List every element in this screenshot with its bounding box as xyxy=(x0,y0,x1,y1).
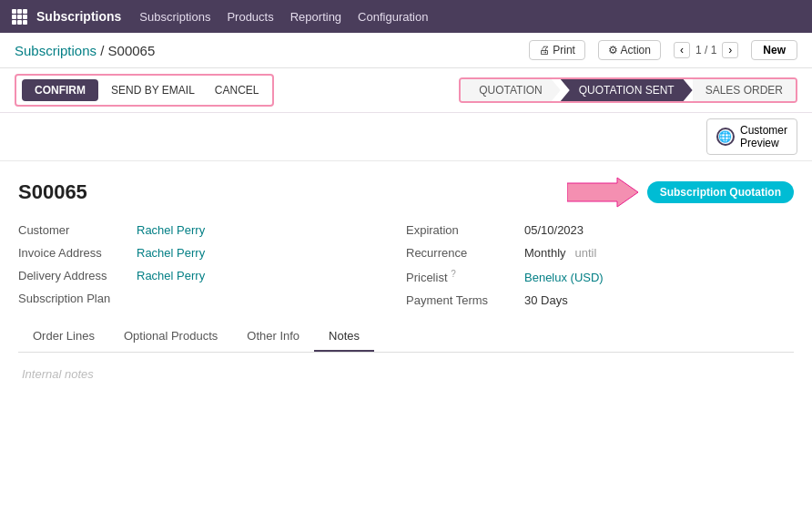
header-actions: 🖨 Print ⚙ Action ‹ 1 / 1 › New xyxy=(529,40,797,60)
cancel-button[interactable]: CANCEL xyxy=(208,79,267,101)
customer-preview-label: CustomerPreview xyxy=(740,124,787,149)
tab-optional-products[interactable]: Optional Products xyxy=(109,322,232,352)
field-expiration: Expiration 05/10/2023 xyxy=(406,223,794,237)
svg-rect-3 xyxy=(12,15,16,19)
nav-reporting[interactable]: Reporting xyxy=(290,10,341,24)
notes-placeholder[interactable]: Internal notes xyxy=(22,367,94,381)
tab-notes[interactable]: Notes xyxy=(314,322,374,352)
pagination-text: 1 / 1 xyxy=(695,44,716,56)
tab-content-notes: Internal notes xyxy=(18,353,794,395)
field-payment-terms: Payment Terms 30 Days xyxy=(406,293,794,307)
svg-rect-2 xyxy=(23,9,27,14)
pagination: ‹ 1 / 1 › xyxy=(674,42,738,58)
field-value-delivery[interactable]: Rachel Perry xyxy=(137,269,205,282)
breadcrumb: Subscriptions / S00065 xyxy=(15,43,155,58)
field-value-payment: 30 Days xyxy=(524,293,568,307)
field-label-invoice: Invoice Address xyxy=(18,246,127,260)
field-label-expiration: Expiration xyxy=(406,223,515,237)
app-title: Subscriptions xyxy=(36,9,121,24)
field-value-customer[interactable]: Rachel Perry xyxy=(137,223,205,237)
field-label-sub-plan: Subscription Plan xyxy=(18,292,127,305)
field-label-payment: Payment Terms xyxy=(406,293,515,307)
customer-preview-button[interactable]: 🌐 CustomerPreview xyxy=(706,118,797,155)
field-customer: Customer Rachel Perry xyxy=(18,223,406,237)
record-header: S00065 Subscription Quotation xyxy=(18,176,794,209)
action-bar: CONFIRM SEND BY EMAIL CANCEL QUOTATION Q… xyxy=(0,68,812,113)
svg-rect-6 xyxy=(12,20,16,25)
prev-button[interactable]: ‹ xyxy=(674,42,690,58)
svg-rect-0 xyxy=(12,9,16,14)
tab-order-lines[interactable]: Order Lines xyxy=(18,322,109,352)
field-label-recurrence: Recurrence xyxy=(406,246,515,260)
field-value-invoice[interactable]: Rachel Perry xyxy=(137,246,205,260)
nav-configuration[interactable]: Configuration xyxy=(358,10,428,24)
globe-icon: 🌐 xyxy=(716,128,735,146)
field-invoice-address: Invoice Address Rachel Perry xyxy=(18,246,406,260)
app-grid-icon[interactable] xyxy=(11,8,27,25)
nav-subscriptions[interactable]: Subscriptions xyxy=(139,10,210,24)
field-delivery-address: Delivery Address Rachel Perry xyxy=(18,269,406,282)
annotation-arrow xyxy=(567,176,640,209)
next-button[interactable]: › xyxy=(722,42,738,58)
new-button[interactable]: New xyxy=(751,40,797,60)
tab-quotation-sent[interactable]: QUOTATION SENT xyxy=(561,79,693,101)
status-tabs: QUOTATION QUOTATION SENT SALES ORDER xyxy=(459,77,797,103)
confirm-button[interactable]: CONFIRM xyxy=(22,79,98,101)
field-label-customer: Customer xyxy=(18,223,127,237)
breadcrumb-separator: / xyxy=(100,43,107,58)
field-pricelist: Pricelist ? Benelux (USD) xyxy=(406,269,794,284)
breadcrumb-bar: Subscriptions / S00065 🖨 Print ⚙ Action … xyxy=(0,33,812,68)
field-recurrence: Recurrence Monthly until xyxy=(406,246,794,260)
tab-other-info[interactable]: Other Info xyxy=(232,322,314,352)
svg-rect-1 xyxy=(17,9,22,14)
action-button[interactable]: ⚙ Action xyxy=(598,40,661,60)
print-button[interactable]: 🖨 Print xyxy=(529,40,585,60)
breadcrumb-current: S00065 xyxy=(108,43,156,58)
record-id: S00065 xyxy=(18,180,87,204)
field-value-pricelist[interactable]: Benelux (USD) xyxy=(524,271,604,284)
fields-left: Customer Rachel Perry Invoice Address Ra… xyxy=(18,223,406,307)
field-subscription-plan: Subscription Plan xyxy=(18,292,406,305)
svg-rect-7 xyxy=(17,20,22,25)
top-navigation: Subscriptions Subscriptions Products Rep… xyxy=(0,0,812,33)
nav-products[interactable]: Products xyxy=(227,10,273,24)
field-value-recurrence: Monthly xyxy=(524,246,566,260)
field-value-expiration: 05/10/2023 xyxy=(524,223,584,237)
customer-preview-bar: 🌐 CustomerPreview xyxy=(0,113,812,161)
tab-sales-order[interactable]: SALES ORDER xyxy=(693,79,796,101)
svg-rect-4 xyxy=(17,15,22,19)
main-content: S00065 Subscription Quotation Customer R… xyxy=(0,161,812,410)
fields-right: Expiration 05/10/2023 Recurrence Monthly… xyxy=(406,223,794,307)
badge-container: Subscription Quotation xyxy=(567,176,794,209)
svg-rect-5 xyxy=(23,15,27,19)
field-value-recurrence-suffix: until xyxy=(575,246,597,260)
subscription-badge: Subscription Quotation xyxy=(647,181,794,203)
tabs-bar: Order Lines Optional Products Other Info… xyxy=(18,322,794,353)
tab-quotation[interactable]: QUOTATION xyxy=(461,79,561,101)
field-label-delivery: Delivery Address xyxy=(18,269,127,282)
svg-marker-9 xyxy=(567,178,638,207)
breadcrumb-parent[interactable]: Subscriptions xyxy=(15,43,96,58)
fields-grid: Customer Rachel Perry Invoice Address Ra… xyxy=(18,223,794,307)
svg-rect-8 xyxy=(23,20,27,25)
field-label-pricelist: Pricelist ? xyxy=(406,269,515,284)
action-buttons-group: CONFIRM SEND BY EMAIL CANCEL xyxy=(15,74,274,107)
send-email-button[interactable]: SEND BY EMAIL xyxy=(104,79,202,101)
nav-links: Subscriptions Products Reporting Configu… xyxy=(139,10,428,24)
